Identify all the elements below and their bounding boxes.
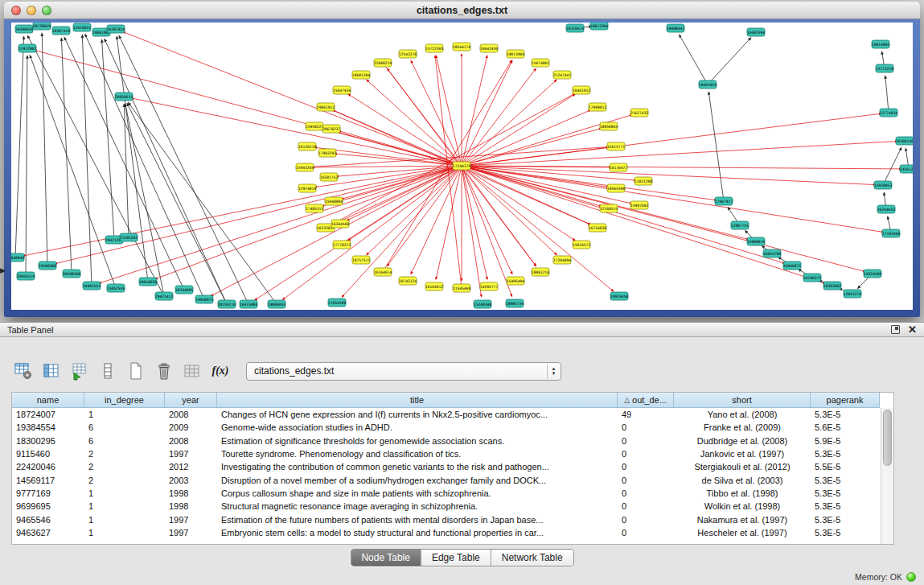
table-row[interactable]: 946362711997Embryonic stem cells: a mode… <box>12 526 893 539</box>
network-edge[interactable] <box>125 104 164 296</box>
network-node[interactable]: 17903293 <box>318 149 336 157</box>
network-edge[interactable] <box>128 102 277 304</box>
network-node[interactable]: 15674801 <box>532 59 549 67</box>
network-node[interactable]: 16126219 <box>298 142 316 150</box>
network-node[interactable]: 16055709 <box>763 249 781 257</box>
network-canvas[interactable]: 1724037915722303125432782260821918601204… <box>11 23 913 310</box>
network-node[interactable]: 15016573 <box>573 241 590 249</box>
network-edge[interactable] <box>462 166 901 169</box>
network-node[interactable]: 20056519 <box>17 272 35 280</box>
network-edge[interactable] <box>462 166 632 204</box>
network-node[interactable]: 19948975 <box>195 295 213 303</box>
column-header-year[interactable]: year <box>165 393 217 408</box>
network-node[interactable]: 15722303 <box>425 44 443 52</box>
column-header-out_de[interactable]: △out_de... <box>618 393 674 408</box>
network-node[interactable]: 18316674 <box>566 24 584 32</box>
network-node[interactable]: 16046871 <box>783 262 801 270</box>
network-edge[interactable] <box>462 166 556 255</box>
network-node[interactable]: 21912902 <box>18 44 36 52</box>
table-row[interactable]: 2242004622012Investigating the contribut… <box>12 460 893 473</box>
float-panel-icon[interactable] <box>891 325 900 334</box>
network-edge[interactable] <box>462 166 884 233</box>
network-node[interactable]: 12610651 <box>73 23 91 31</box>
network-edge[interactable] <box>462 166 575 241</box>
network-node[interactable]: 12773218 <box>876 64 893 72</box>
table-row[interactable]: 911546021997Tourette syndrome. Phenomeno… <box>12 447 893 460</box>
network-node[interactable]: 16344560 <box>331 220 349 228</box>
show-columns-icon[interactable] <box>41 360 62 381</box>
network-node[interactable]: 16116477 <box>610 163 627 171</box>
network-edge[interactable] <box>15 36 24 257</box>
network-node[interactable]: 15943264 <box>296 163 314 171</box>
network-node[interactable]: 12974019 <box>298 184 316 192</box>
network-node[interactable]: 16754836 <box>589 224 606 232</box>
network-node[interactable]: 15938953 <box>874 181 892 189</box>
network-node[interactable]: 18301752 <box>320 173 338 181</box>
column-header-short[interactable]: short <box>674 393 811 408</box>
network-node[interactable]: 21505263 <box>120 233 138 241</box>
network-node[interactable]: 18813304 <box>590 23 608 30</box>
function-builder-icon[interactable]: f(x) <box>210 360 231 381</box>
network-node[interactable]: 14561211 <box>900 165 913 173</box>
network-edge[interactable] <box>708 92 724 201</box>
network-node[interactable]: 19465924 <box>699 80 717 89</box>
network-node[interactable]: 17240379 <box>453 162 470 170</box>
network-node[interactable]: 20421412 <box>155 292 173 300</box>
network-edge[interactable] <box>883 147 901 185</box>
network-node[interactable]: 18985734 <box>506 299 524 307</box>
panel-collapse-arrow[interactable]: ▶ <box>0 266 6 274</box>
network-node[interactable]: 18544174 <box>453 43 470 51</box>
network-edge[interactable] <box>462 166 512 274</box>
network-node[interactable]: 19924450 <box>610 292 628 300</box>
network-node[interactable]: 15048894 <box>325 197 343 205</box>
network-node[interactable]: 19396826 <box>15 25 33 33</box>
network-edge[interactable] <box>314 147 462 166</box>
network-edge[interactable] <box>462 166 785 263</box>
network-edge[interactable] <box>55 166 462 264</box>
network-edge[interactable] <box>27 35 164 296</box>
network-edge[interactable] <box>211 166 462 296</box>
network-node[interactable]: 12543278 <box>399 50 417 58</box>
memory-status-indicator[interactable] <box>906 572 916 582</box>
network-node[interactable]: 10196372 <box>803 274 821 282</box>
network-node[interactable]: 12925274 <box>844 290 861 298</box>
network-node[interactable]: 19303062 <box>823 282 841 290</box>
network-node[interactable]: 16164612 <box>425 282 443 290</box>
column-header-in_degree[interactable]: in_degree <box>84 393 165 408</box>
network-node[interactable]: 18948949 <box>11 253 24 262</box>
column-header-title[interactable]: title <box>217 393 618 408</box>
network-canvas-svg[interactable]: 1724037915722303125432782260821918601204… <box>11 23 913 310</box>
network-edge[interactable] <box>885 76 889 113</box>
network-node[interactable]: 12807791 <box>731 221 749 229</box>
vertical-scrollbar[interactable] <box>881 408 893 544</box>
network-edge[interactable] <box>462 113 881 166</box>
network-edge[interactable] <box>102 39 114 240</box>
network-node[interactable]: 18061216 <box>532 268 549 276</box>
table-settings-icon[interactable] <box>13 360 34 381</box>
network-node[interactable]: 10743124 <box>399 277 417 285</box>
scrollbar-thumb[interactable] <box>883 410 892 466</box>
close-window-button[interactable] <box>11 6 21 15</box>
network-node[interactable]: 11545469 <box>453 284 470 292</box>
table-row[interactable]: 969969511998Structural magnetic resonanc… <box>12 500 893 513</box>
network-edge[interactable] <box>105 39 227 304</box>
tab-edge-table[interactable]: Edge Table <box>421 550 491 566</box>
network-edge[interactable] <box>64 37 184 290</box>
network-node[interactable]: 19506906 <box>39 262 56 270</box>
network-edge[interactable] <box>30 55 116 288</box>
column-header-name[interactable]: name <box>12 393 84 408</box>
network-node[interactable]: 20678237 <box>322 125 340 133</box>
network-node[interactable]: 19498441 <box>667 24 684 32</box>
new-file-icon[interactable] <box>125 360 146 381</box>
network-node[interactable]: 18950845 <box>600 122 618 130</box>
network-edge[interactable] <box>708 38 751 84</box>
tab-node-table[interactable]: Node Table <box>351 550 421 566</box>
network-node[interactable]: 20728659 <box>33 23 51 30</box>
table-selector-dropdown[interactable]: citations_edges.txt ▲ ▼ <box>246 362 561 381</box>
table-row[interactable]: 946554611997Estimation of the future num… <box>12 513 893 525</box>
network-edge[interactable] <box>679 35 708 84</box>
network-edge[interactable] <box>82 35 92 286</box>
network-edge[interactable] <box>131 98 462 166</box>
network-node[interactable]: 19086053 <box>268 300 285 308</box>
network-node[interactable]: 16483594 <box>747 28 765 36</box>
